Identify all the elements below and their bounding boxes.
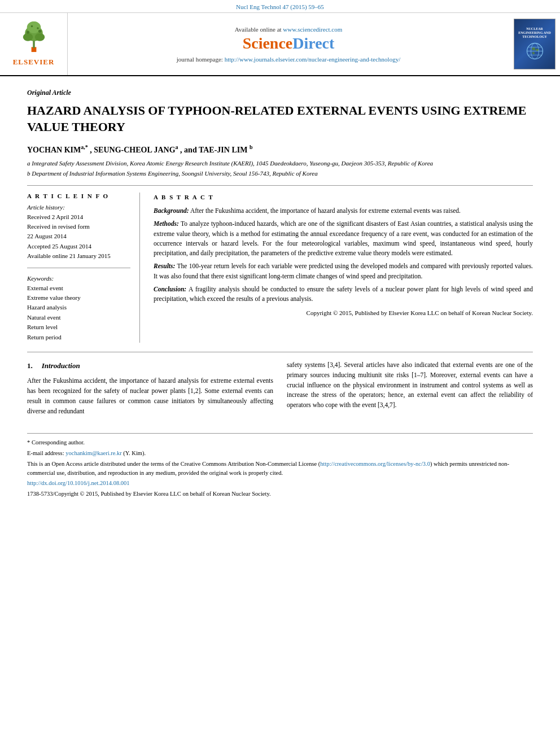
- article-type-label: Original Article: [27, 89, 533, 97]
- abstract-copyright: Copyright © 2015, Published by Elsevier …: [154, 308, 533, 318]
- cover-journal-title: NUCLEAR ENGINEERING AND TECHNOLOGY: [517, 27, 553, 40]
- author-1: YOCHAN KIM: [27, 146, 81, 154]
- svg-point-8: [30, 25, 33, 28]
- journal-citation: Nucl Eng Technol 47 (2015) 59–65: [236, 3, 324, 10]
- keywords-label: Keywords:: [27, 275, 130, 282]
- cover-globe-icon: [525, 41, 545, 61]
- email-label: E-mail address:: [27, 450, 64, 456]
- affiliation-b: b Department of Industrial Information S…: [27, 169, 533, 178]
- elsevier-wordmark: ELSEVIER: [13, 58, 55, 67]
- section-1-title: Introduction: [42, 360, 80, 372]
- journal-homepage-line: journal homepage: http://www.journals.el…: [177, 56, 400, 63]
- article-title: HAZARD ANALYSIS OF TYPHOON-RELATED EXTER…: [27, 103, 533, 135]
- author-2-sup: a: [176, 144, 178, 150]
- article-info-heading: A R T I C L E I N F O: [27, 193, 130, 199]
- elsevier-tree-icon: [14, 21, 54, 55]
- methods-label: Methods:: [154, 220, 179, 227]
- doi-line: http://dx.doi.org/10.1016/j.net.2014.08.…: [27, 479, 533, 488]
- received-revised-label: Received in revised form: [27, 222, 130, 231]
- abstract-heading: A B S T R A C T: [154, 193, 533, 202]
- footnotes-section: * Corresponding author. E-mail address: …: [27, 433, 533, 499]
- open-access-note: This is an Open Access article distribut…: [27, 460, 533, 478]
- journal-homepage-url[interactable]: http://www.journals.elsevier.com/nuclear…: [225, 56, 401, 63]
- abstract-conclusion: Conclusion: A fragility analysis should …: [154, 285, 533, 304]
- author-1-sup: a,*: [81, 144, 88, 150]
- accepted-date: Accepted 25 August 2014: [27, 242, 130, 251]
- cover-thumbnail: NUCLEAR ENGINEERING AND TECHNOLOGY: [514, 19, 555, 69]
- author-3-sup: b: [250, 144, 253, 150]
- journal-header: ELSEVIER Available online at www.science…: [0, 13, 560, 76]
- keyword-2: Extreme value theory: [27, 294, 130, 302]
- received-revised-date: 22 August 2014: [27, 232, 130, 241]
- cc-license-link[interactable]: http://creativecommons.org/licenses/by-n…: [320, 461, 430, 467]
- intro-paragraph-2: safety systems [3,4]. Several articles h…: [287, 360, 533, 410]
- keyword-1: External event: [27, 284, 130, 292]
- introduction-section: 1. Introduction After the Fukushima acci…: [27, 352, 533, 420]
- conclusion-label: Conclusion:: [154, 286, 186, 292]
- article-info-column: A R T I C L E I N F O Article history: R…: [27, 193, 140, 343]
- available-online-date: Available online 21 January 2015: [27, 252, 130, 260]
- keyword-6: Return period: [27, 333, 130, 342]
- email-note: E-mail address: yochankim@kaeri.re.kr (Y…: [27, 449, 533, 458]
- keyword-4: Natural event: [27, 313, 130, 322]
- sciencedirect-logo: ScienceDirect: [243, 34, 335, 53]
- affiliation-a: a Integrated Safety Assessment Division,…: [27, 159, 533, 168]
- abstract-methods: Methods: To analyze typhoon-induced haza…: [154, 219, 533, 258]
- issn-line: 1738-5733/Copyright © 2015, Published by…: [27, 490, 533, 499]
- divider-keywords: [27, 268, 130, 268]
- authors-line: YOCHAN KIMa,* , SEUNG-CHEOL JANGa , and …: [27, 144, 533, 155]
- svg-point-4: [34, 33, 45, 41]
- section-1-header: 1. Introduction: [27, 360, 273, 372]
- info-abstract-columns: A R T I C L E I N F O Article history: R…: [27, 193, 533, 343]
- article-history-label: Article history:: [27, 204, 130, 211]
- keyword-5: Return level: [27, 323, 130, 331]
- journal-header-center: Available online at www.sciencedirect.co…: [68, 13, 509, 75]
- intro-right-column: safety systems [3,4]. Several articles h…: [287, 360, 533, 420]
- journal-cover-image: NUCLEAR ENGINEERING AND TECHNOLOGY: [509, 13, 560, 75]
- abstract-background: Background: After the Fukushima accident…: [154, 206, 533, 216]
- svg-point-3: [23, 33, 33, 41]
- divider-1: [27, 185, 533, 186]
- intro-left-column: 1. Introduction After the Fukushima acci…: [27, 360, 273, 420]
- svg-point-7: [38, 30, 41, 33]
- intro-paragraph-1: After the Fukushima accident, the import…: [27, 376, 273, 416]
- email-name: (Y. Kim).: [123, 450, 146, 456]
- background-text: After the Fukushima accident, the import…: [190, 207, 461, 214]
- svg-point-9: [37, 27, 39, 29]
- sciencedirect-url[interactable]: www.sciencedirect.com: [283, 26, 342, 33]
- doi-link[interactable]: http://dx.doi.org/10.1016/j.net.2014.08.…: [27, 480, 130, 486]
- available-online-text: Available online at www.sciencedirect.co…: [235, 26, 343, 33]
- elsevier-logo: ELSEVIER: [0, 13, 68, 75]
- conclusion-text: A fragility analysis should be conducted…: [154, 286, 533, 302]
- methods-text: To analyze typhoon-induced hazards, whic…: [154, 220, 533, 256]
- abstract-column: A B S T R A C T Background: After the Fu…: [154, 193, 533, 343]
- corresponding-author-note: * Corresponding author.: [27, 438, 533, 447]
- author-3: , and TAE-JIN LIM: [180, 146, 247, 154]
- author-2: , SEUNG-CHEOL JANG: [90, 146, 175, 154]
- results-label: Results:: [154, 263, 175, 269]
- abstract-results: Results: The 100-year return levels for …: [154, 261, 533, 281]
- keyword-3: Hazard analysis: [27, 303, 130, 312]
- email-link[interactable]: yochankim@kaeri.re.kr: [65, 450, 121, 456]
- article-content: Original Article HAZARD ANALYSIS OF TYPH…: [0, 76, 560, 512]
- background-label: Background:: [154, 207, 189, 214]
- section-1-number: 1.: [27, 360, 33, 372]
- journal-citation-bar: Nucl Eng Technol 47 (2015) 59–65: [0, 0, 560, 13]
- introduction-columns: 1. Introduction After the Fukushima acci…: [27, 360, 533, 420]
- svg-point-6: [26, 30, 29, 33]
- received-date: Received 2 April 2014: [27, 213, 130, 221]
- results-text: The 100-year return levels for each vari…: [154, 263, 533, 279]
- page: Nucl Eng Technol 47 (2015) 59–65: [0, 0, 560, 512]
